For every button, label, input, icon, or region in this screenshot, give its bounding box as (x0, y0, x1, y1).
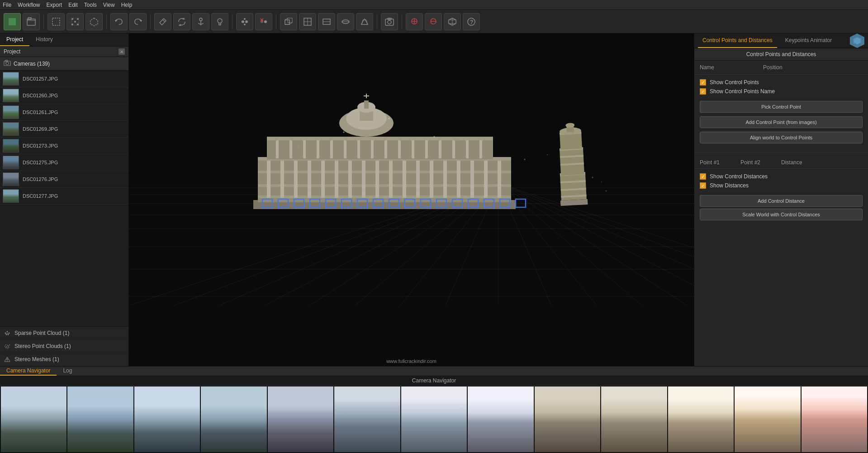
anchor-button[interactable] (192, 13, 209, 30)
nav-thumb-1[interactable] (67, 386, 133, 452)
menu-tools[interactable]: Tools (84, 2, 97, 8)
nav-thumb-8[interactable] (535, 386, 600, 452)
view-persp-button[interactable] (356, 13, 373, 30)
menu-help[interactable]: Help (121, 2, 133, 8)
menu-workflow[interactable]: Workflow (18, 2, 40, 8)
show-dist-row[interactable]: Show Distances (700, 182, 863, 189)
main-layout: Project History Project ✕ Cameras (139) … (0, 33, 868, 366)
show-cd-checkbox[interactable] (700, 173, 706, 180)
thumb-0 (3, 72, 19, 86)
show-cp-checkbox[interactable] (700, 79, 706, 86)
list-item[interactable]: DSC01275.JPG (0, 154, 128, 171)
align-world-button[interactable]: Align world to Control Points (700, 132, 863, 143)
tools-button[interactable] (154, 13, 171, 30)
show-cp-name-checkbox[interactable] (700, 88, 706, 95)
dist-col-pt2: Point #2 (740, 159, 777, 166)
menubar: File Workflow Export Edit Tools View Hel… (0, 0, 868, 10)
bottom-tab-log[interactable]: Log (57, 367, 78, 376)
bulb-button[interactable] (211, 13, 228, 30)
help-button[interactable]: ? (463, 13, 480, 30)
nav-thumb-6[interactable] (401, 386, 467, 452)
svg-point-64 (5, 344, 6, 345)
svg-rect-127 (289, 140, 292, 158)
nav-thumb-11[interactable] (735, 386, 800, 452)
nav-thumb-5[interactable] (334, 386, 400, 452)
screenshot-button[interactable] (381, 13, 398, 30)
thumb-1 (3, 89, 19, 102)
new-button[interactable] (4, 13, 21, 30)
nav-thumb-10[interactable] (668, 386, 734, 452)
svg-rect-137 (425, 140, 428, 158)
open-button[interactable] (23, 13, 40, 30)
nav-thumb-12[interactable] (802, 386, 867, 452)
camera-list[interactable]: DSC01257.JPG DSC01260.JPG DSC01261.JPG D… (0, 71, 128, 326)
list-item[interactable]: DSC01260.JPG (0, 87, 128, 104)
nav-thumb-2[interactable] (134, 386, 200, 452)
pick-cp-button[interactable]: Pick Control Point (700, 101, 863, 113)
view-top-button[interactable] (337, 13, 354, 30)
svg-point-16 (199, 18, 202, 21)
tab-history[interactable]: History (29, 33, 59, 46)
bottom-tab-camera-nav[interactable]: Camera Navigator (0, 367, 57, 376)
cube-button[interactable] (444, 13, 461, 30)
add-control-distance-button[interactable]: Add Control Distance (700, 195, 863, 207)
col-name-header: Name (700, 64, 754, 71)
stereo-cloud-item[interactable]: Stereo Point Clouds (1) (0, 340, 128, 353)
show-cd-row[interactable]: Show Control Distances (700, 173, 863, 180)
svg-rect-141 (479, 140, 482, 158)
show-cp-name-row[interactable]: Show Control Points Name (700, 88, 863, 95)
add-marker-r-button[interactable] (406, 13, 423, 30)
stereo-mesh-item[interactable]: Stereo Meshes (1) (0, 353, 128, 366)
thumb-4 (3, 139, 19, 153)
add-pts-button[interactable] (236, 13, 253, 30)
nav-thumb-9[interactable] (601, 386, 667, 452)
del-marker-button[interactable] (425, 13, 442, 30)
svg-point-188 (479, 147, 480, 148)
svg-line-39 (361, 19, 365, 24)
svg-point-185 (388, 118, 389, 119)
menu-export[interactable]: Export (46, 2, 62, 8)
nav-thumb-4[interactable] (268, 386, 333, 452)
refresh-button[interactable] (173, 13, 190, 30)
list-item[interactable]: DSC01276.JPG (0, 171, 128, 188)
thumb-6 (3, 172, 19, 186)
tab-keypoints-animator[interactable]: Keypoints Animator (781, 33, 836, 48)
undo-button[interactable] (110, 13, 128, 30)
view-front-button[interactable] (299, 13, 316, 30)
select-poly-button[interactable] (85, 13, 103, 30)
scale-world-button[interactable]: Scale World with Control Distances (700, 209, 863, 220)
svg-rect-107 (280, 161, 284, 198)
list-item[interactable]: DSC01257.JPG (0, 71, 128, 87)
list-item[interactable]: DSC01273.JPG (0, 138, 128, 154)
redo-button[interactable] (129, 13, 147, 30)
list-item[interactable]: DSC01261.JPG (0, 104, 128, 121)
menu-edit[interactable]: Edit (68, 2, 78, 8)
show-dist-checkbox[interactable] (700, 182, 706, 189)
select-pts-button[interactable] (66, 13, 84, 30)
svg-point-22 (244, 18, 246, 20)
nav-thumb-0[interactable] (1, 386, 66, 452)
nav-thumb-7[interactable] (468, 386, 533, 452)
menu-file[interactable]: File (3, 2, 11, 8)
tab-control-points[interactable]: Control Points and Distances (698, 33, 777, 48)
add-cp-images-button[interactable]: Add Control Point (from images) (700, 116, 863, 128)
hexagon-button[interactable] (850, 33, 864, 48)
cam-nav-strip[interactable] (0, 386, 868, 453)
box-view-button[interactable] (280, 13, 297, 30)
select-rect-button[interactable] (47, 13, 65, 30)
show-cp-row[interactable]: Show Control Points (700, 79, 863, 86)
view-side-button[interactable] (318, 13, 335, 30)
panel-close-button[interactable]: ✕ (119, 48, 125, 55)
cameras-section[interactable]: Cameras (139) (0, 57, 128, 71)
list-item[interactable]: DSC01269.JPG (0, 121, 128, 138)
sparse-cloud-item[interactable]: Sparse Point Cloud (1) (0, 327, 128, 340)
list-item[interactable]: DSC01277.JPG (0, 188, 128, 205)
menu-view[interactable]: View (103, 2, 115, 8)
del-pts-button[interactable] (255, 13, 272, 30)
viewport[interactable]: www.fullcrackindir.com (129, 33, 694, 366)
nav-thumb-3[interactable] (201, 386, 266, 452)
svg-point-61 (8, 334, 9, 335)
tab-project[interactable]: Project (0, 33, 29, 46)
sep7 (402, 14, 402, 29)
sep5 (276, 14, 276, 29)
